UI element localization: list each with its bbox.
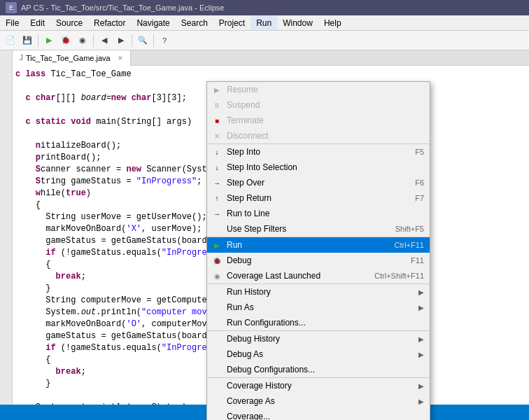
step-into-sel-icon: ↓ xyxy=(211,162,223,173)
menu-group-run: ▶ Run Ctrl+F11 🐞 Debug F11 ◉ Coverage La… xyxy=(207,237,430,284)
toolbar-sep-2 xyxy=(93,34,94,47)
menu-item-step-over[interactable]: → Step Over F6 xyxy=(207,175,430,190)
tab-icon: J xyxy=(20,54,23,62)
menu-project[interactable]: Project xyxy=(213,15,251,30)
menu-group-debug-config: Debug History ▶ Debug As ▶ Debug Configu… xyxy=(207,331,430,378)
menu-file[interactable]: File xyxy=(0,15,24,30)
menu-group-coverage-config: Coverage History ▶ Coverage As ▶ Coverag… xyxy=(207,378,430,420)
toolbar-debug[interactable]: 🐞 xyxy=(58,33,73,48)
editor-tab-bar: J Tic_Tac_Toe_Game.java ✕ xyxy=(13,50,529,66)
run-to-line-icon: → xyxy=(211,208,223,219)
step-filters-icon xyxy=(211,223,223,234)
menu-refactor[interactable]: Refactor xyxy=(88,15,131,30)
menu-window[interactable]: Window xyxy=(277,15,318,30)
tab-label: Tic_Tac_Toe_Game.java xyxy=(26,54,111,62)
menu-item-step-return[interactable]: ↑ Step Return F7 xyxy=(207,190,430,206)
cov-as-icon xyxy=(211,396,223,407)
menu-item-coverage-as[interactable]: Coverage As ▶ xyxy=(207,393,430,409)
menu-item-run[interactable]: ▶ Run Ctrl+F11 xyxy=(207,237,430,253)
toolbar-sep-4 xyxy=(153,34,154,47)
menu-item-coverage-history[interactable]: Coverage History ▶ xyxy=(207,378,430,393)
menu-group-run-config: Run History ▶ Run As ▶ Run Configuration… xyxy=(207,284,430,331)
menu-run[interactable]: Run xyxy=(251,15,277,30)
debug-icon: 🐞 xyxy=(211,255,223,266)
menu-help[interactable]: Help xyxy=(318,15,347,30)
menu-item-coverage-ellipsis[interactable]: Coverage... xyxy=(207,409,430,420)
menu-item-suspend[interactable]: ⏸ Suspend xyxy=(207,97,430,113)
menu-item-use-step-filters[interactable]: Use Step Filters Shift+F5 xyxy=(207,221,430,237)
toolbar-sep-1 xyxy=(38,34,38,47)
title-bar: E AP CS - Tic_Tac_Toe/src/Tic_Tac_Toe_Ga… xyxy=(0,0,529,15)
step-over-icon: → xyxy=(211,177,223,188)
toolbar-coverage[interactable]: ◉ xyxy=(75,33,90,48)
toolbar-sep-3 xyxy=(132,34,132,47)
menu-search[interactable]: Search xyxy=(176,15,213,30)
debug-configs-icon xyxy=(211,364,223,375)
menu-item-terminate[interactable]: ■ Terminate xyxy=(207,113,430,128)
step-return-icon: ↑ xyxy=(211,192,223,204)
debug-as-icon xyxy=(211,349,223,360)
menu-item-step-into[interactable]: ↓ Step Into F5 xyxy=(207,144,430,160)
coverage-last-icon: ◉ xyxy=(211,270,223,281)
toolbar-search[interactable]: 🔍 xyxy=(135,33,150,48)
menu-item-debug-history[interactable]: Debug History ▶ xyxy=(207,331,430,346)
menu-bar: File Edit Source Refactor Navigate Searc… xyxy=(0,15,529,31)
run-dropdown-menu: ▶ Resume ⏸ Suspend ■ Terminate ✕ Disconn… xyxy=(206,81,430,420)
window-title: AP CS - Tic_Tac_Toe/src/Tic_Tac_Toe_Game… xyxy=(21,4,224,12)
suspend-icon: ⏸ xyxy=(211,99,223,111)
cov-history-icon xyxy=(211,380,223,391)
menu-item-debug-as[interactable]: Debug As ▶ xyxy=(207,346,430,362)
cov-ellipsis-icon xyxy=(211,411,223,420)
menu-item-coverage-last[interactable]: ◉ Coverage Last Launched Ctrl+Shift+F11 xyxy=(207,268,430,284)
step-into-icon: ↓ xyxy=(211,146,223,158)
toolbar-new[interactable]: 📄 xyxy=(3,33,18,48)
resume-icon: ▶ xyxy=(211,84,223,95)
code-line: c lass Tic_Tac_Toe_Game xyxy=(15,69,526,80)
run-configs-icon xyxy=(211,317,223,328)
tab-close[interactable]: ✕ xyxy=(118,55,123,62)
left-panel xyxy=(0,50,13,405)
toolbar-run[interactable]: ▶ xyxy=(41,33,57,48)
editor-tab-game[interactable]: J Tic_Tac_Toe_Game.java ✕ xyxy=(13,50,131,66)
toolbar-help[interactable]: ? xyxy=(157,33,172,48)
app-icon: E xyxy=(6,2,17,13)
menu-group-step: ↓ Step Into F5 ↓ Step Into Selection → S… xyxy=(207,144,430,237)
toolbar-save[interactable]: 💾 xyxy=(20,33,35,48)
menu-navigate[interactable]: Navigate xyxy=(131,15,175,30)
menu-item-run-as[interactable]: Run As ▶ xyxy=(207,300,430,315)
menu-item-resume[interactable]: ▶ Resume xyxy=(207,82,430,97)
disconnect-icon: ✕ xyxy=(211,130,223,141)
run-history-icon xyxy=(211,286,223,298)
run-as-icon xyxy=(211,302,223,313)
main-layout: J Tic_Tac_Toe_Game.java ✕ c lass Tic_Tac… xyxy=(0,50,529,405)
menu-group-debug-control: ▶ Resume ⏸ Suspend ■ Terminate ✕ Disconn… xyxy=(207,82,430,144)
menu-item-run-to-line[interactable]: → Run to Line xyxy=(207,206,430,221)
toolbar: 📄 💾 ▶ 🐞 ◉ ◀ ▶ 🔍 ? xyxy=(0,31,529,50)
menu-item-debug-configurations[interactable]: Debug Configurations... xyxy=(207,362,430,377)
menu-item-step-into-selection[interactable]: ↓ Step Into Selection xyxy=(207,160,430,175)
debug-history-icon xyxy=(211,333,223,344)
menu-item-run-configurations[interactable]: Run Configurations... xyxy=(207,315,430,330)
menu-edit[interactable]: Edit xyxy=(24,15,50,30)
menu-item-run-history[interactable]: Run History ▶ xyxy=(207,284,430,300)
menu-item-debug[interactable]: 🐞 Debug F11 xyxy=(207,253,430,268)
menu-source[interactable]: Source xyxy=(50,15,88,30)
run-icon: ▶ xyxy=(211,239,223,251)
toolbar-back[interactable]: ◀ xyxy=(97,33,112,48)
toolbar-forward[interactable]: ▶ xyxy=(113,33,129,48)
menu-item-disconnect[interactable]: ✕ Disconnect xyxy=(207,128,430,144)
terminate-icon: ■ xyxy=(211,115,223,126)
